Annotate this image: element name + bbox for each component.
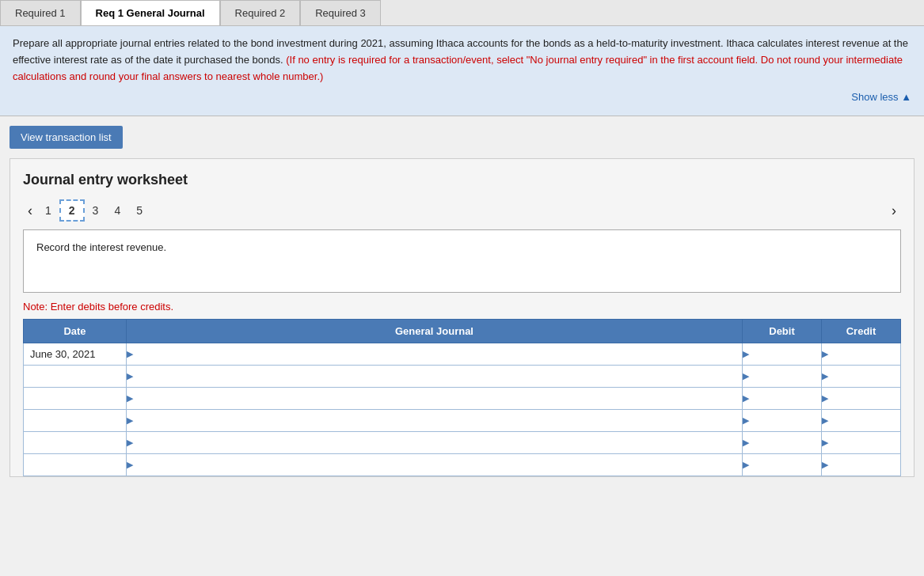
journal-cell-5[interactable]: ▶	[127, 454, 743, 476]
page-3[interactable]: 3	[85, 201, 107, 220]
tabs-bar: Required 1 Req 1 General Journal Require…	[0, 0, 924, 26]
debit-cell-5[interactable]: ▶	[743, 454, 822, 476]
credit-cell-2[interactable]: ▶	[822, 388, 901, 410]
journal-cell-3[interactable]: ▶	[127, 410, 743, 432]
tab-req1[interactable]: Required 1	[0, 0, 81, 25]
col-header-debit: Debit	[743, 320, 822, 343]
credit-arrow-3: ▶	[822, 415, 828, 426]
credit-input-3[interactable]	[830, 410, 900, 431]
credit-input-1[interactable]	[830, 366, 900, 387]
row-arrow-1: ▶	[127, 371, 133, 381]
record-instruction-text: Record the interest revenue.	[36, 241, 166, 253]
credit-arrow-1: ▶	[822, 371, 828, 381]
tab-req2[interactable]: Required 2	[220, 0, 301, 25]
debit-arrow-4: ▶	[743, 438, 749, 448]
note-text: Note: Enter debits before credits.	[23, 301, 901, 313]
debit-cell-2[interactable]: ▶	[743, 388, 822, 410]
credit-cell-5[interactable]: ▶	[822, 454, 901, 476]
credit-input-4[interactable]	[830, 432, 900, 453]
record-instruction-box: Record the interest revenue.	[23, 229, 901, 293]
table-row: ▶▶▶	[24, 454, 901, 476]
credit-input-2[interactable]	[830, 388, 900, 409]
credit-cell-3[interactable]: ▶	[822, 410, 901, 432]
row-arrow-4: ▶	[127, 438, 133, 448]
journal-input-2[interactable]	[135, 388, 742, 409]
view-transaction-button[interactable]: View transaction list	[10, 126, 123, 149]
debit-arrow-2: ▶	[743, 393, 749, 404]
row-arrow-0: ▶	[127, 349, 133, 359]
credit-cell-1[interactable]: ▶	[822, 366, 901, 388]
journal-input-3[interactable]	[135, 410, 742, 431]
journal-input-5[interactable]	[135, 454, 742, 476]
table-row: ▶▶▶	[24, 410, 901, 432]
journal-table: Date General Journal Debit Credit June 3…	[23, 319, 901, 476]
debit-cell-0[interactable]: ▶	[743, 343, 822, 366]
page-4[interactable]: 4	[106, 201, 128, 220]
worksheet-container: Journal entry worksheet ‹ 1 2 3 4 5 › Re…	[10, 158, 914, 477]
credit-input-0[interactable]	[830, 343, 900, 365]
debit-cell-1[interactable]: ▶	[743, 366, 822, 388]
journal-input-4[interactable]	[135, 432, 742, 453]
worksheet-title: Journal entry worksheet	[23, 172, 901, 188]
journal-cell-2[interactable]: ▶	[127, 388, 743, 410]
debit-arrow-1: ▶	[743, 371, 749, 381]
date-cell-5	[24, 454, 127, 476]
date-cell-4	[24, 432, 127, 454]
prev-page-arrow[interactable]: ‹	[23, 203, 37, 219]
journal-cell-0[interactable]: ▶	[127, 343, 743, 366]
page-5[interactable]: 5	[128, 201, 150, 220]
debit-input-4[interactable]	[751, 432, 821, 453]
journal-input-0[interactable]	[135, 343, 742, 365]
page-1[interactable]: 1	[37, 201, 59, 220]
date-cell-3	[24, 410, 127, 432]
row-arrow-5: ▶	[127, 460, 133, 470]
debit-arrow-3: ▶	[743, 415, 749, 426]
table-row: June 30, 2021▶▶▶	[24, 343, 901, 366]
debit-input-5[interactable]	[751, 454, 821, 476]
debit-arrow-5: ▶	[743, 460, 749, 470]
date-cell-0: June 30, 2021	[24, 343, 127, 366]
row-arrow-2: ▶	[127, 393, 133, 404]
table-row: ▶▶▶	[24, 432, 901, 454]
debit-arrow-0: ▶	[743, 349, 749, 359]
show-less-link[interactable]: Show less ▲	[13, 89, 911, 106]
debit-cell-4[interactable]: ▶	[743, 432, 822, 454]
page-nav: ‹ 1 2 3 4 5 ›	[23, 199, 901, 222]
journal-cell-1[interactable]: ▶	[127, 366, 743, 388]
row-arrow-3: ▶	[127, 415, 133, 426]
next-page-arrow[interactable]: ›	[887, 203, 901, 219]
date-cell-1	[24, 366, 127, 388]
credit-cell-4[interactable]: ▶	[822, 432, 901, 454]
credit-arrow-0: ▶	[822, 349, 828, 359]
col-header-date: Date	[24, 320, 127, 343]
debit-input-1[interactable]	[751, 366, 821, 387]
debit-input-0[interactable]	[751, 343, 821, 365]
journal-cell-4[interactable]: ▶	[127, 432, 743, 454]
debit-input-2[interactable]	[751, 388, 821, 409]
table-row: ▶▶▶	[24, 388, 901, 410]
journal-input-1[interactable]	[135, 366, 742, 387]
date-cell-2	[24, 388, 127, 410]
tab-req3[interactable]: Required 3	[300, 0, 381, 25]
debit-input-3[interactable]	[751, 410, 821, 431]
page-2[interactable]: 2	[59, 199, 85, 222]
tab-req1-journal[interactable]: Req 1 General Journal	[81, 0, 220, 25]
table-row: ▶▶▶	[24, 366, 901, 388]
credit-cell-0[interactable]: ▶	[822, 343, 901, 366]
debit-cell-3[interactable]: ▶	[743, 410, 822, 432]
instructions-box: Prepare all appropriate journal entries …	[0, 26, 924, 116]
credit-arrow-5: ▶	[822, 460, 828, 470]
col-header-credit: Credit	[822, 320, 901, 343]
credit-input-5[interactable]	[830, 454, 900, 476]
credit-arrow-2: ▶	[822, 393, 828, 404]
credit-arrow-4: ▶	[822, 438, 828, 448]
col-header-journal: General Journal	[127, 320, 743, 343]
